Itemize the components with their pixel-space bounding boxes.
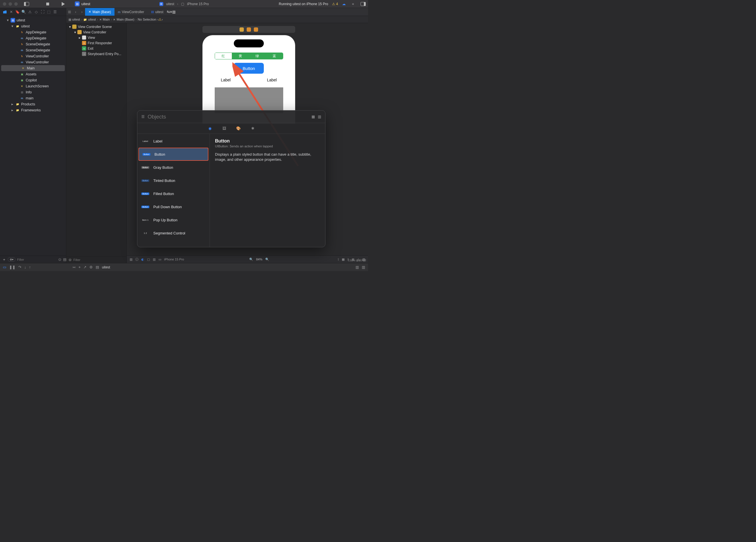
filter-scope-pill[interactable]: ⊕▾ [8, 257, 15, 262]
tree-file[interactable]: ▸▤Info [0, 89, 66, 95]
jump-crumb[interactable]: ✕Main (Base) [113, 18, 134, 21]
related-items-icon[interactable]: ⊞ [66, 8, 73, 16]
tree-file[interactable]: ▸mSceneDelegate [0, 47, 66, 53]
library-item[interactable]: 1 2Segmented Control [137, 226, 210, 240]
debug-process-icon[interactable]: ▤ [96, 265, 99, 269]
jump-crumb[interactable]: ✕Main [99, 18, 110, 21]
tab-uitest[interactable]: ▤ uitest [148, 8, 167, 16]
outline-view[interactable]: ▸ View [66, 35, 126, 40]
tree-root[interactable]: ▾▤uitest [0, 17, 66, 23]
recent-filter-icon[interactable]: ⊙ [58, 257, 61, 262]
editor-list-icon[interactable]: ≡ [170, 10, 172, 14]
orientation-icon[interactable]: ▢ [147, 258, 150, 261]
next-issue-icon[interactable]: › [162, 18, 163, 21]
layout-icon[interactable]: ▥ [153, 258, 156, 261]
objects-category-icon[interactable]: ◉ [207, 125, 213, 132]
tab-viewcontroller[interactable]: m ViewController [114, 8, 148, 16]
library-item[interactable]: ButtonTinted Button [137, 174, 210, 187]
library-item[interactable]: ButtonGray Button [137, 161, 210, 174]
preview-label-1[interactable]: Label [221, 78, 231, 82]
warnings-indicator[interactable]: ⚠ 4 [332, 2, 338, 6]
source-control-tab[interactable]: ✕ [9, 9, 14, 15]
snippets-category-icon[interactable]: ✱ [250, 125, 256, 132]
breakpoints-tab[interactable]: ⬚ [46, 9, 51, 15]
tree-file[interactable]: ▸✕LaunchScreen [0, 83, 66, 89]
pause-icon[interactable]: ❚❚ [9, 265, 15, 269]
segmented-control[interactable]: 红 黄 绿 蓝 [215, 53, 283, 59]
segment-0[interactable]: 红 [215, 53, 232, 59]
close-window-icon[interactable] [3, 2, 6, 6]
add-tab-button[interactable]: ＋ [350, 1, 356, 7]
media-category-icon[interactable]: 🖼 [221, 125, 227, 132]
find-tab[interactable]: 🔍 [21, 9, 26, 15]
debug-tab[interactable]: ⛶ [40, 9, 45, 15]
tree-file[interactable]: ▸hAppDelegate [0, 29, 66, 35]
run-button[interactable] [60, 1, 66, 7]
cloud-status-icon[interactable]: ☁ [342, 2, 346, 6]
bookmarks-tab[interactable]: 🔖 [15, 9, 20, 15]
project-tree[interactable]: ▾▤uitest▾📁uitest▸hAppDelegate▸mAppDelega… [0, 16, 66, 256]
library-item[interactable]: ButtonPull Down Button [137, 200, 210, 213]
tree-file[interactable]: ▸▣Assets [0, 71, 66, 77]
preview-button[interactable]: Button [234, 63, 264, 74]
jump-crumb[interactable]: No Selection [138, 18, 156, 21]
toggle-right-panel-icon[interactable] [360, 1, 366, 7]
step-into-icon[interactable]: ↓ [24, 265, 26, 269]
tree-folder[interactable]: ▾📁uitest [0, 23, 66, 29]
jump-crumb[interactable]: ▤uitest [69, 18, 80, 21]
library-item[interactable]: Item 1Pop Up Button [137, 213, 210, 226]
zoom-out-icon[interactable]: 🔍 [249, 258, 253, 261]
library-list[interactable]: LabelLabelButtonButtonButtonGray ButtonB… [137, 134, 210, 247]
issue-warning-icon[interactable]: ⚠ [158, 18, 162, 21]
first-responder-dock-icon[interactable] [247, 27, 251, 32]
environment-overrides-icon[interactable]: ⚙ [89, 265, 93, 269]
window-traffic-lights[interactable] [3, 2, 18, 6]
add-file-button[interactable]: ＋ [2, 257, 6, 262]
jump-bar[interactable]: ▤uitest›📁uitest›✕Main›✕Main (Base)›No Se… [66, 16, 368, 23]
tree-file[interactable]: ▸mViewController [0, 59, 66, 65]
back-button[interactable]: ‹ [73, 8, 79, 16]
tab-main-base[interactable]: ✕ Main (Base) [85, 8, 114, 16]
vc-dock-icon[interactable] [240, 27, 244, 32]
preview-imageview[interactable] [215, 87, 283, 113]
outline-exit[interactable]: ▸⎋ Exit [66, 46, 126, 51]
tree-file[interactable]: ▸mmain [0, 95, 66, 101]
library-item[interactable]: LabelLabel [137, 135, 210, 148]
embed-in-icon[interactable]: ▦ [342, 258, 345, 261]
debug-process-name[interactable]: uitest [102, 265, 110, 269]
zoom-window-icon[interactable] [14, 2, 18, 6]
segment-1[interactable]: 黄 [232, 53, 249, 59]
scheme-device-selector[interactable]: ▤ uitest › ▢ iPhone 15 Pro [159, 2, 209, 6]
toggle-outline-icon[interactable]: ▥ [130, 258, 132, 261]
zoom-level[interactable]: 84% [256, 258, 262, 261]
library-item[interactable]: ButtonButton [138, 148, 208, 161]
device-config-icon[interactable]: ▭ [158, 258, 161, 261]
outline-scene[interactable]: ▾ View Controller Scene [66, 24, 126, 29]
outline-filter-input[interactable] [73, 258, 124, 262]
tree-file[interactable]: ▸✕Main [1, 65, 65, 71]
step-over-icon[interactable]: ↷ [18, 265, 21, 269]
outline-first-responder[interactable]: ▸1 First Responder [66, 40, 126, 46]
debug-memory-icon[interactable]: ⌖ [79, 265, 81, 270]
tree-file[interactable]: ▸mAppDelegate [0, 35, 66, 41]
tree-file[interactable]: ▸hSceneDelegate [0, 41, 66, 47]
segment-3[interactable]: 蓝 [266, 53, 283, 59]
issues-tab[interactable]: ⚠ [27, 9, 33, 15]
step-out-icon[interactable]: ↑ [29, 265, 31, 269]
editor-swap-icon[interactable]: ⇆ [167, 10, 170, 14]
preview-label-2[interactable]: Label [267, 78, 277, 82]
toggle-left-panel-icon[interactable] [23, 1, 30, 7]
navigator-filter-input[interactable] [17, 258, 57, 261]
reports-tab[interactable]: ☰ [53, 9, 58, 15]
jump-crumb[interactable]: 📁uitest [83, 18, 96, 21]
project-navigator-tab[interactable] [2, 9, 7, 15]
canvas-tool-1[interactable]: ⟟ [338, 258, 339, 261]
outline-entry-point[interactable]: ▸→ Storyboard Entry Po... [66, 51, 126, 57]
debug-view-hierarchy-icon[interactable]: ⫘ [72, 265, 76, 269]
scene-dock[interactable] [202, 26, 295, 33]
device-label[interactable]: iPhone 15 Pro [164, 258, 184, 261]
console-view-icon[interactable]: ▥ [362, 265, 365, 269]
outline-view-controller[interactable]: ▾ View Controller [66, 29, 126, 35]
library-item[interactable]: ButtonFilled Button [137, 187, 210, 200]
minimize-window-icon[interactable] [9, 2, 12, 6]
